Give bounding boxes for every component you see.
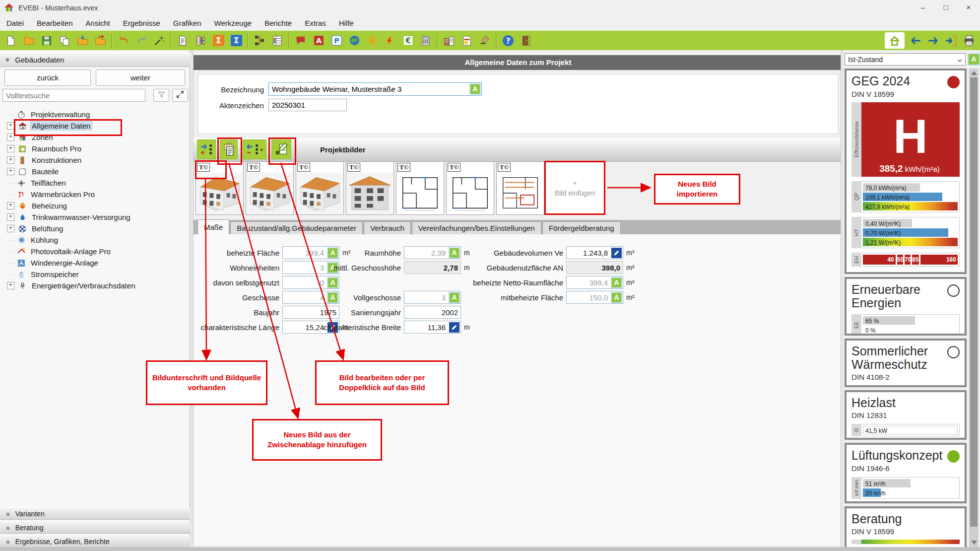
sidebar-item-bauteile[interactable]: +Bauteile (0, 166, 190, 177)
remove-image-button[interactable]: ▾ (243, 139, 266, 159)
sidebar-item-trinkwarmwasser-versorgung[interactable]: +Trinkwarmwasser-Versorgung (0, 211, 190, 223)
edit-badge[interactable] (449, 322, 459, 333)
export-button[interactable] (91, 32, 109, 49)
sidebar-item-allgemeine-daten[interactable]: +Allgemeine Daten (0, 120, 190, 132)
menu-extras[interactable]: Extras (298, 19, 332, 27)
plan-p-button[interactable]: P (327, 32, 345, 49)
wizard-button[interactable] (150, 32, 168, 49)
menu-werkzeuge[interactable]: Werkzeuge (208, 19, 259, 27)
copy-button[interactable] (56, 32, 73, 49)
edit-badge[interactable] (611, 248, 622, 258)
solar-button[interactable] (363, 32, 381, 49)
tab-vereinfachungen-bes-einstellungen[interactable]: Vereinfachungen/bes.Einstellungen (412, 221, 541, 234)
sidebar-item-windenergie-anlage[interactable]: Windenergie-Anlage (0, 257, 190, 269)
project-image-thumbnail[interactable]: T© (346, 161, 394, 215)
accordion-varianten[interactable]: »Varianten (0, 507, 190, 520)
project-image-thumbnail[interactable]: T© (496, 161, 544, 215)
building-data-button[interactable] (440, 32, 458, 49)
menu-bearbeiten[interactable]: Bearbeiten (30, 19, 79, 27)
scroll-up-icon[interactable] (971, 71, 977, 75)
menu-grafiken[interactable]: Grafiken (167, 19, 208, 27)
tab-foerdergeldberatung[interactable]: Fördergeldberatung (542, 221, 621, 234)
accordion-ergebnisse-grafiken-berichte[interactable]: »Ergebnisse, Grafiken, Berichte (0, 535, 190, 548)
tab-bauzustand-allg-gebaeudeparameter[interactable]: Bauzustand/allg.Gebäudeparameter (230, 221, 363, 234)
sidebar-item-waermebruecken-pro[interactable]: Wärmebrücken Pro (0, 189, 190, 200)
expand-icon[interactable]: + (7, 213, 14, 221)
menu-berichte[interactable]: Berichte (258, 19, 298, 27)
davon-selbstgenutzt-field[interactable]: 0A (282, 276, 339, 289)
tab-masse[interactable]: Maße (197, 219, 229, 234)
scroll-down-icon[interactable] (971, 541, 977, 545)
colored-report-button[interactable] (458, 32, 476, 49)
sidebar-item-raumbuch-pro[interactable]: +Raumbuch Pro (0, 143, 190, 154)
sum-consumption-button[interactable]: Σ (209, 32, 227, 49)
insert-image-dropzone[interactable]: + Bild einfügen (544, 161, 605, 215)
navigate-back-button[interactable] (907, 32, 924, 49)
help-button[interactable]: ? (499, 32, 517, 49)
menu-datei[interactable]: Datei (0, 19, 30, 27)
menu-ergebnisse[interactable]: Ergebnisse (117, 19, 167, 27)
home-view-button[interactable] (885, 32, 905, 49)
sidebar-item-zonen[interactable]: +Zonen (0, 132, 190, 143)
caret-down-icon[interactable]: ▾ (260, 147, 262, 152)
auto-badge[interactable]: A (611, 277, 622, 288)
building-values-button[interactable] (192, 32, 209, 49)
auto-badge[interactable]: A (611, 292, 622, 303)
comment-button[interactable] (292, 32, 310, 49)
aktenzeichen-field[interactable] (268, 99, 347, 111)
sidebar-item-konstruktionen[interactable]: +Konstruktionen (0, 154, 190, 166)
aktenzeichen-input[interactable] (269, 101, 346, 109)
measurements-button[interactable] (268, 32, 286, 49)
filter-button[interactable] (153, 89, 169, 102)
scrollbar-thumb[interactable] (970, 77, 978, 527)
sidebar-item-photovoltaik-anlage-pro[interactable]: Photovoltaik-Anlage Pro (0, 246, 190, 257)
signature-button[interactable] (476, 32, 494, 49)
sanierungsjahr-field[interactable]: 2002 (404, 306, 461, 319)
gebaeudevolumen-ve-field[interactable]: 1.243,8 (566, 246, 623, 259)
project-image-thumbnail[interactable]: T© (296, 161, 344, 215)
bezeichnung-field[interactable]: A (268, 82, 482, 96)
menu-hilfe[interactable]: Hilfe (332, 19, 360, 27)
add-image-button[interactable] (197, 139, 216, 159)
calculator-button[interactable]: 4711 (417, 32, 435, 49)
next-button[interactable]: weiter (96, 69, 185, 86)
expand-icon[interactable]: + (7, 168, 14, 175)
sidebar-item-energietraeger-verbrauchsdaten[interactable]: +Energieträger/Verbrauchsdaten (0, 280, 190, 291)
navigate-forward-button[interactable] (924, 32, 942, 49)
sum-demand-button[interactable]: Σ (227, 32, 245, 49)
close-project-button[interactable] (942, 32, 960, 49)
expand-icon[interactable]: + (7, 134, 14, 141)
bezeichnung-input[interactable] (269, 85, 469, 93)
tab-verbrauch[interactable]: Verbrauch (364, 221, 410, 234)
sidebar-item-teilflaechen[interactable]: Teilflächen (0, 177, 190, 189)
mitbeheizte-flaeche-field[interactable]: 150,0A (566, 291, 623, 304)
maximize-button[interactable]: □ (934, 0, 957, 15)
undo-button[interactable] (115, 32, 132, 49)
right-panel-scrollbar[interactable] (969, 69, 979, 547)
beheizte-netto-raumflaeche-field[interactable]: 399,4A (566, 276, 623, 289)
accordion-beratung[interactable]: »Beratung (0, 521, 190, 534)
sidebar-item-belueftung[interactable]: +Belüftung (0, 223, 190, 234)
auto-badge[interactable]: A (327, 277, 338, 288)
sidebar-item-projektverwaltung[interactable]: Projektverwaltung (0, 109, 190, 120)
sidebar-item-beheizung[interactable]: +Beheizung (0, 200, 190, 211)
sidebar-item-kuehlung[interactable]: Kühlung (0, 234, 190, 246)
charakteristische-breite-field[interactable]: 11,36 (404, 321, 461, 334)
edit-image-button[interactable] (271, 139, 291, 159)
exit-button[interactable] (517, 32, 535, 49)
minimize-button[interactable]: – (912, 0, 934, 15)
menu-ansicht[interactable]: Ansicht (79, 19, 117, 27)
variant-a-button[interactable]: A (310, 32, 327, 49)
scheme-button[interactable] (251, 32, 268, 49)
climate-button[interactable] (345, 32, 363, 49)
fulltext-search-input[interactable] (2, 89, 145, 102)
paste-image-button[interactable] (220, 139, 238, 159)
auto-badge[interactable]: A (968, 53, 980, 66)
sidebar-header[interactable]: » Gebäudedaten (0, 53, 190, 67)
project-image-thumbnail[interactable]: T© (196, 161, 244, 215)
back-button[interactable]: zurück (4, 69, 91, 86)
project-image-thumbnail[interactable]: T© (396, 161, 444, 215)
economy-button[interactable]: € (399, 32, 417, 49)
expand-icon[interactable]: + (7, 225, 14, 232)
redo-button[interactable] (132, 32, 150, 49)
